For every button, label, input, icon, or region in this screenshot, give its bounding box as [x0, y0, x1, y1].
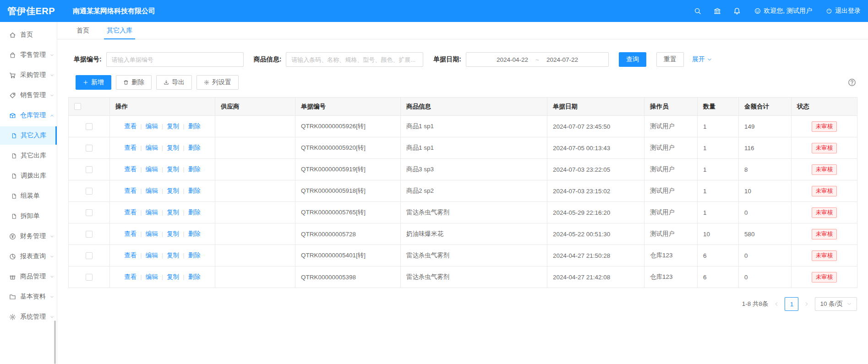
row-action-view[interactable]: 查看 — [124, 144, 136, 151]
sidebar-item-purchase[interactable]: 采购管理 — [0, 66, 57, 84]
sidebar-subitem-disassembly[interactable]: 拆卸单 — [0, 207, 57, 225]
date-to[interactable]: 2024-07-22 — [546, 56, 578, 63]
row-action-view[interactable]: 查看 — [124, 209, 136, 216]
sidebar-subitem-other-out[interactable]: 其它出库 — [0, 147, 57, 165]
sidebar-item-label: 仓库管理 — [20, 111, 46, 120]
date-range-picker[interactable]: 2024-04-22 ~ 2024-07-22 — [466, 52, 609, 67]
goods-icon — [9, 273, 16, 280]
row-action-delete[interactable]: 删除 — [188, 230, 201, 237]
sidebar-scrollbar[interactable] — [54, 321, 56, 364]
row-checkbox[interactable] — [86, 231, 93, 238]
sidebar-item-sales[interactable]: 销售管理 — [0, 86, 57, 104]
sidebar-subitem-other-in[interactable]: 其它入库 — [0, 126, 57, 145]
sidebar-item-system[interactable]: 系统管理 — [0, 308, 57, 326]
add-button[interactable]: 新增 — [76, 75, 111, 90]
help-icon[interactable] — [848, 78, 856, 87]
cell-total: 10 — [739, 180, 792, 202]
date-label: 单据日期: — [433, 55, 461, 64]
row-action-copy[interactable]: 复制 — [167, 166, 179, 173]
sidebar-subitem-assembly[interactable]: 组装单 — [0, 187, 57, 205]
material-filter: 商品信息: — [254, 52, 424, 67]
action-separator: | — [183, 123, 185, 130]
row-action-view[interactable]: 查看 — [124, 123, 136, 130]
row-action-delete[interactable]: 删除 — [188, 123, 201, 130]
reset-button[interactable]: 重置 — [656, 52, 684, 67]
row-action-delete[interactable]: 删除 — [188, 273, 201, 280]
row-action-view[interactable]: 查看 — [124, 230, 136, 237]
row-action-view[interactable]: 查看 — [124, 252, 136, 259]
sidebar-item-finance[interactable]: 财务管理 — [0, 227, 57, 245]
row-action-edit[interactable]: 编辑 — [146, 187, 158, 194]
tab-other-in[interactable]: 其它入库 — [107, 22, 132, 39]
notification-bell-icon[interactable] — [733, 7, 741, 15]
row-checkbox[interactable] — [86, 145, 93, 152]
sidebar-item-home[interactable]: 首页 — [0, 26, 57, 44]
select-all-checkbox[interactable] — [74, 103, 81, 110]
row-action-delete[interactable]: 删除 — [188, 187, 201, 194]
export-button[interactable]: 导出 — [156, 75, 192, 90]
sidebar-item-retail[interactable]: 零售管理 — [0, 46, 57, 64]
row-action-view[interactable]: 查看 — [124, 273, 136, 280]
row-action-copy[interactable]: 复制 — [167, 273, 179, 280]
material-input[interactable] — [286, 52, 423, 67]
cell-qty: 6 — [698, 245, 739, 266]
row-action-edit[interactable]: 编辑 — [146, 209, 158, 216]
row-action-edit[interactable]: 编辑 — [146, 230, 158, 237]
column-settings-button[interactable]: 列设置 — [197, 75, 239, 90]
row-action-view[interactable]: 查看 — [124, 187, 136, 194]
action-separator: | — [162, 230, 164, 237]
row-action-edit[interactable]: 编辑 — [146, 273, 158, 280]
row-checkbox[interactable] — [86, 166, 93, 173]
row-action-copy[interactable]: 复制 — [167, 209, 179, 216]
doc-icon — [11, 193, 17, 199]
building-icon[interactable] — [714, 7, 721, 15]
bill-no-input[interactable] — [106, 52, 244, 67]
row-action-delete[interactable]: 删除 — [188, 252, 201, 259]
row-action-copy[interactable]: 复制 — [167, 230, 179, 237]
table-row: 查看|编辑|复制|删除QTRK00000005926[转]商品1 sp12024… — [69, 116, 857, 137]
row-action-edit[interactable]: 编辑 — [146, 166, 158, 173]
sidebar-item-goods[interactable]: 商品管理 — [0, 267, 57, 286]
row-action-delete[interactable]: 删除 — [188, 144, 201, 151]
date-from[interactable]: 2024-04-22 — [497, 56, 528, 63]
tab-home[interactable]: 首页 — [76, 22, 89, 39]
cell-bill-no: QTRK00000005401[转] — [295, 245, 401, 266]
app-logo: 管伊佳ERP — [0, 5, 57, 17]
pagination-page-1[interactable]: 1 — [785, 297, 798, 311]
action-separator: | — [183, 252, 185, 259]
row-action-copy[interactable]: 复制 — [167, 144, 179, 151]
row-action-delete[interactable]: 删除 — [188, 166, 201, 173]
row-checkbox[interactable] — [86, 274, 93, 281]
sidebar-subitem-transfer-out[interactable]: 调拨出库 — [0, 167, 57, 185]
search-icon[interactable] — [694, 7, 701, 15]
row-action-edit[interactable]: 编辑 — [146, 252, 158, 259]
row-action-copy[interactable]: 复制 — [167, 252, 179, 259]
action-separator: | — [162, 187, 164, 194]
pagination-next[interactable] — [804, 301, 809, 307]
delete-button[interactable]: 删除 — [116, 75, 152, 90]
row-action-delete[interactable]: 删除 — [188, 209, 201, 216]
expand-link[interactable]: 展开 — [692, 55, 712, 64]
sidebar-item-warehouse[interactable]: 仓库管理 — [0, 106, 57, 125]
sidebar-item-basic[interactable]: 基本资料 — [0, 288, 57, 306]
page-size-select[interactable]: 10 条/页 — [815, 297, 857, 311]
cell-bill-no: QTRK00000005919[转] — [295, 159, 401, 180]
chevron-down-icon — [50, 73, 54, 77]
row-checkbox[interactable] — [86, 252, 93, 259]
welcome-user[interactable]: 欢迎您, 测试用户 — [754, 7, 812, 15]
row-checkbox[interactable] — [86, 123, 93, 130]
row-action-copy[interactable]: 复制 — [167, 187, 179, 194]
row-action-view[interactable]: 查看 — [124, 166, 136, 173]
row-action-edit[interactable]: 编辑 — [146, 144, 158, 151]
sidebar-item-report[interactable]: 报表查询 — [0, 247, 57, 266]
sidebar-subitem-label: 其它出库 — [21, 152, 46, 160]
row-action-edit[interactable]: 编辑 — [146, 123, 158, 130]
row-action-copy[interactable]: 复制 — [167, 123, 179, 130]
cell-total: 0 — [739, 266, 792, 288]
search-button[interactable]: 查询 — [619, 52, 646, 67]
row-checkbox[interactable] — [86, 209, 93, 216]
pagination-prev[interactable] — [774, 301, 779, 307]
row-checkbox[interactable] — [86, 188, 93, 195]
doc-icon — [11, 213, 17, 219]
logout-button[interactable]: 退出登录 — [826, 7, 861, 15]
